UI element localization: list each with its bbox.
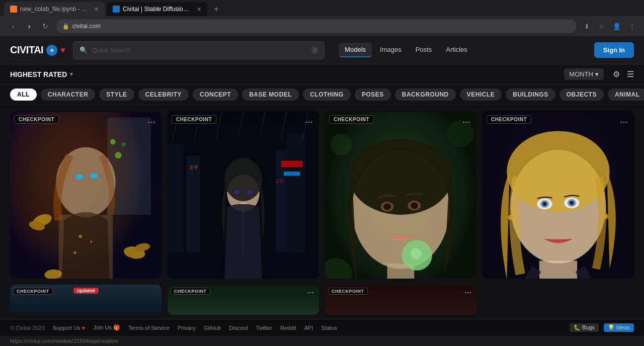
tab-jupyter[interactable]: new_colab_file.ipynb - Collabora... ✕ — [4, 2, 105, 16]
card-bottom-badge-1: CHECKPOINT — [13, 288, 53, 295]
svg-point-15 — [90, 241, 92, 243]
layout-button[interactable]: ☰ — [627, 69, 634, 79]
card-bottom-badge-3: CHECKPOINT — [328, 288, 368, 295]
status-bar: https://civitai.com/models/25694/epicrea… — [0, 336, 644, 346]
tab-label-jupyter: new_colab_file.ipynb - Collabora... — [20, 6, 89, 13]
card-badge-xxmix: CHECKPOINT — [487, 115, 531, 124]
sort-chevron-icon: ▾ — [70, 71, 73, 77]
forward-button[interactable]: › — [22, 19, 36, 33]
card-image-epicrealism: CHECKPOINT ⋯ — [325, 111, 476, 279]
logo-plus-icon[interactable]: + — [46, 45, 57, 56]
join-us-link[interactable]: Join Us 🎁 — [93, 324, 120, 331]
card-bottom-placeholder-2[interactable]: CHECKPOINT ⋯ — [168, 285, 319, 315]
privacy-link[interactable]: Privacy — [178, 325, 196, 331]
card-epicrealism[interactable]: CHECKPOINT ⋯ epiCRealism ★★★★★ 305 ♥ 3.4… — [325, 111, 476, 279]
logo-heart-icon[interactable]: ♥ — [60, 46, 65, 55]
card-bottom-menu-2[interactable]: ⋯ — [305, 287, 316, 299]
nav-models[interactable]: Models — [339, 43, 372, 57]
svg-point-59 — [331, 134, 352, 155]
discord-link[interactable]: Discord — [229, 325, 248, 331]
svg-point-71 — [507, 131, 609, 212]
tab-civitai[interactable]: Civitai | Stable Diffusion models... ✕ — [107, 2, 207, 16]
svg-point-33 — [224, 158, 262, 201]
bugs-badge[interactable]: 🐛 Bugs — [570, 323, 599, 332]
svg-point-13 — [90, 173, 98, 179]
period-label: MONTH — [569, 70, 593, 78]
category-clothing[interactable]: CLOTHING — [303, 89, 351, 101]
extensions-button[interactable]: ⬇ — [581, 20, 593, 32]
category-bar: ALL CHARACTER STYLE CELEBRITY CONCEPT BA… — [0, 84, 644, 105]
svg-rect-26 — [281, 161, 303, 167]
card-menu-dreamshaper[interactable]: ⋯ — [145, 115, 157, 129]
address-bar[interactable]: 🔒 civitai.com — [56, 19, 577, 33]
menu-button[interactable]: ⋮ — [626, 20, 638, 32]
card-badge-epicrealism: CHECKPOINT — [329, 115, 374, 124]
card-bottom-placeholder-1[interactable]: CHECKPOINT Updated — [10, 285, 162, 315]
sort-button[interactable]: HIGHEST RATED ▾ — [10, 70, 73, 78]
category-character[interactable]: CHARACTER — [41, 89, 96, 101]
back-button[interactable]: ‹ — [6, 19, 20, 33]
card-image-xxmix: CHECKPOINT ⋯ — [482, 111, 634, 279]
card-bottom-badge-2: CHECKPOINT — [171, 288, 210, 295]
card-menu-xxmix[interactable]: ⋯ — [618, 115, 630, 129]
card-menu-epicrealism[interactable]: ⋯ — [460, 115, 472, 129]
api-link[interactable]: API — [304, 325, 313, 331]
new-tab-button[interactable]: + — [209, 2, 223, 16]
footer: © Civitai 2023 Support Us ♥ Join Us 🎁 Te… — [0, 319, 644, 336]
category-poses[interactable]: POSES — [355, 89, 391, 101]
svg-point-78 — [508, 215, 514, 220]
terms-link[interactable]: Terms of Service — [128, 325, 170, 331]
tab-close-civitai[interactable]: ✕ — [197, 6, 201, 13]
header-nav: Models Images Posts Articles — [339, 43, 473, 57]
category-celebrity[interactable]: CELEBRITY — [138, 89, 189, 101]
header-right: Sign In — [594, 42, 634, 58]
logo-text: CIVITAI — [10, 44, 43, 56]
ideas-badge[interactable]: 💡 Ideas — [604, 323, 634, 332]
category-concept[interactable]: CONCEPT — [193, 89, 238, 101]
sign-in-button[interactable]: Sign In — [594, 42, 634, 58]
card-dreamshaper[interactable]: CHECKPOINT ⋯ DreamShaper ★★★★★ — [10, 111, 162, 279]
favicon-civitai — [113, 6, 120, 13]
period-button[interactable]: MONTH ▾ — [564, 68, 604, 80]
category-buildings[interactable]: BUILDINGS — [506, 89, 555, 101]
search-icon: 🔍 — [79, 46, 88, 54]
status-link[interactable]: Status — [321, 325, 337, 331]
category-all[interactable]: ALL — [10, 89, 37, 101]
category-animal[interactable]: ANIMAL — [608, 89, 644, 101]
card-bottom-image-1: CHECKPOINT Updated — [10, 285, 162, 315]
reload-button[interactable]: ↻ — [38, 19, 52, 33]
twitter-link[interactable]: Twitter — [256, 325, 272, 331]
category-vehicle[interactable]: VEHICLE — [460, 89, 502, 101]
github-link[interactable]: GitHub — [204, 325, 221, 331]
logo[interactable]: CIVITAI + ♥ — [10, 44, 65, 56]
profile-button[interactable]: 👤 — [611, 20, 623, 32]
category-style[interactable]: STYLE — [99, 89, 134, 101]
card-bottom-placeholder-3[interactable]: CHECKPOINT ⋯ — [325, 285, 476, 315]
card-xxmix[interactable]: CHECKPOINT ⋯ XXMix_9realistic ★★★★★ 193 … — [482, 111, 634, 279]
category-background[interactable]: BACKGROUND — [395, 89, 456, 101]
search-bar[interactable]: 🔍 Quick Search / — [73, 41, 325, 59]
reddit-link[interactable]: Reddit — [280, 325, 296, 331]
bookmark-button[interactable]: ☆ — [596, 20, 608, 32]
favicon-jupyter — [10, 6, 17, 13]
category-objects[interactable]: OBJECTS — [559, 89, 604, 101]
card-cetus[interactable]: 文字 広告 — [168, 111, 319, 279]
nav-images[interactable]: Images — [374, 43, 408, 57]
nav-posts[interactable]: Posts — [410, 43, 438, 57]
category-base-model[interactable]: BASE MODEL — [242, 89, 299, 101]
support-us-link[interactable]: Support Us ♥ — [53, 325, 86, 331]
svg-point-76 — [542, 202, 547, 206]
search-shortcut: / — [311, 47, 318, 54]
tab-close-jupyter[interactable]: ✕ — [94, 6, 99, 13]
svg-point-52 — [349, 139, 452, 215]
card-badge-dreamshaper: CHECKPOINT — [14, 115, 59, 124]
tab-bar: new_colab_file.ipynb - Collabora... ✕ Ci… — [0, 0, 644, 16]
filter-button[interactable]: ⚙ — [613, 69, 620, 79]
status-url: https://civitai.com/models/25694/epicrea… — [10, 338, 118, 344]
card-bottom-menu-3[interactable]: ⋯ — [462, 287, 473, 299]
nav-articles[interactable]: Articles — [440, 43, 473, 57]
svg-rect-22 — [168, 144, 184, 252]
footer-right: 🐛 Bugs 💡 Ideas — [570, 323, 634, 332]
card-menu-cetus[interactable]: ⋯ — [303, 115, 315, 129]
tab-label-civitai: Civitai | Stable Diffusion models... — [123, 6, 192, 13]
